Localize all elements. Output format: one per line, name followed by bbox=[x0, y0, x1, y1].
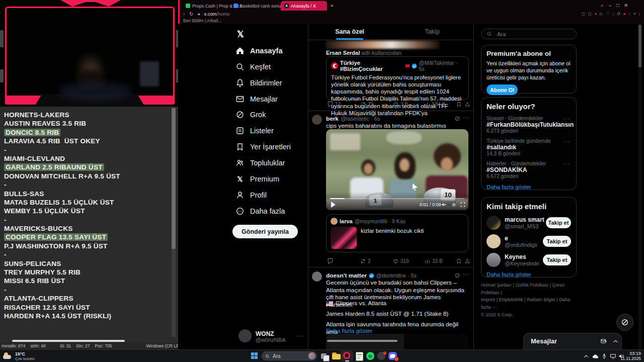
trend-item[interactable]: Türkiye tarihinde gündemde #sallandık 14… bbox=[487, 138, 571, 156]
tweet-media-partial[interactable] bbox=[326, 334, 468, 349]
tab-for-you[interactable]: Sana özel bbox=[308, 24, 391, 40]
forward-icon[interactable]: › bbox=[183, 11, 185, 17]
tab-x-home[interactable]: X Anasayfa / X bbox=[281, 1, 327, 11]
tweet-header[interactable]: doesn't matter @dsntmttrw · 5s bbox=[326, 272, 417, 279]
bookmark-item[interactable]: Ben Bildim | Arkad... bbox=[183, 18, 221, 23]
weather-widget[interactable]: 15°C Çok bulutlu bbox=[3, 351, 35, 361]
media-scrollbar[interactable] bbox=[327, 340, 397, 342]
clock[interactable]: 03:19 11.11.2025 bbox=[611, 351, 641, 361]
play-button[interactable] bbox=[331, 202, 336, 208]
share-button[interactable] bbox=[464, 101, 470, 108]
follow-suggestion[interactable]: e @ordufindigii Takip et bbox=[487, 234, 571, 249]
views-button[interactable]: 33 B bbox=[424, 258, 443, 264]
url-path[interactable]: /home bbox=[217, 11, 230, 17]
avatar[interactable] bbox=[312, 272, 322, 282]
page-scrollbar[interactable] bbox=[638, 24, 641, 349]
like-button[interactable]: 319 bbox=[392, 258, 409, 264]
game-app-button[interactable] bbox=[377, 352, 385, 360]
reply-button[interactable] bbox=[327, 258, 334, 264]
reply-button[interactable]: 12 bbox=[327, 101, 341, 108]
search-input[interactable] bbox=[496, 31, 569, 38]
start-button[interactable] bbox=[251, 352, 258, 359]
video-progress-track[interactable] bbox=[330, 198, 464, 199]
opera-gx-button[interactable] bbox=[341, 350, 353, 361]
footer-links[interactable]: Hizmet Şartları | Gizlilik Politikası | … bbox=[481, 282, 577, 296]
tray-chevron-icon[interactable] bbox=[584, 354, 589, 358]
url-host[interactable]: x.com bbox=[204, 11, 216, 17]
sidebar-item-more[interactable]: Daha fazla bbox=[235, 206, 316, 216]
trend-more-icon[interactable]: ··· bbox=[563, 161, 570, 167]
notepad-plus-plus-button[interactable] bbox=[356, 352, 363, 361]
follow-button[interactable]: Takip et bbox=[543, 236, 571, 247]
taskbar-search[interactable]: Ara bbox=[262, 351, 317, 360]
tab-props-cash[interactable]: Props.Cash | Prop & Pick bbox=[182, 1, 229, 11]
sidebar-item-explore[interactable]: Keşfet bbox=[235, 62, 316, 72]
trends-show-more[interactable]: Daha fazla göster bbox=[487, 184, 571, 190]
sidebar-item-profile[interactable]: Profil bbox=[235, 190, 316, 200]
avatar[interactable] bbox=[238, 329, 252, 342]
onedrive-icon[interactable] bbox=[592, 354, 599, 359]
sidebar-item-grok[interactable]: Grok bbox=[235, 110, 316, 120]
show-more-link[interactable]: Daha fazla göster bbox=[326, 327, 372, 334]
download-icon[interactable]: ↓ bbox=[628, 12, 630, 17]
quoted-tweet-card[interactable]: larva @maymunlilili · 9 Kas kizlar benim… bbox=[326, 214, 468, 252]
share-button[interactable] bbox=[464, 258, 470, 264]
sidebar-item-premium[interactable]: 𝕏 Premium bbox=[235, 174, 316, 184]
scrollbar-thumb[interactable] bbox=[638, 25, 641, 67]
grok-floating-button[interactable] bbox=[616, 314, 633, 331]
tweet-more-icon[interactable]: ··· bbox=[463, 271, 470, 277]
editor-text-area[interactable]: HORNETS-LAKERS AUSTIN REAVES 3.5 RIB DON… bbox=[0, 111, 171, 320]
messages-drawer[interactable]: Mesajlar bbox=[523, 333, 622, 349]
grok-actions-icon[interactable] bbox=[454, 116, 460, 122]
quote-media-thumbnail[interactable] bbox=[331, 227, 357, 249]
trend-item[interactable]: Haberler · Gündemdekiler #SONDAKİKA 6.67… bbox=[487, 161, 571, 179]
like-button[interactable]: 3 B bbox=[392, 101, 408, 108]
file-explorer-button[interactable] bbox=[332, 352, 341, 359]
search-icon[interactable]: ⌕ bbox=[601, 3, 604, 9]
sidebar-item-lists[interactable]: Listeler bbox=[235, 126, 316, 136]
sidebar-item-home[interactable]: Anasayfa bbox=[235, 46, 316, 56]
x-logo[interactable]: 𝕏 bbox=[237, 29, 247, 39]
history-icon[interactable]: ↺ bbox=[617, 12, 620, 17]
footer-links[interactable]: Imprint | Erişilebilirlik | Reklam bilgi… bbox=[481, 296, 577, 311]
subscribe-button[interactable]: Abone Ol bbox=[487, 84, 518, 95]
spotify-button[interactable] bbox=[366, 352, 374, 360]
account-more-icon[interactable]: ··· bbox=[297, 333, 304, 339]
tweet-media-partial[interactable] bbox=[326, 41, 439, 49]
editor-vertical-scrollbar[interactable] bbox=[172, 108, 176, 337]
follow-button[interactable]: Takip et bbox=[546, 217, 571, 228]
extension-icon[interactable]: ◻ bbox=[582, 12, 585, 17]
trend-item[interactable]: Siyaset · Gündemdekiler #FurkanBölükbaşı… bbox=[487, 116, 571, 134]
volume-icon[interactable] bbox=[441, 202, 447, 208]
heart-icon[interactable]: ♡ bbox=[606, 12, 609, 17]
notepad-editor[interactable]: HORNETS-LAKERS AUSTIN REAVES 3.5 RIB DON… bbox=[0, 107, 178, 349]
new-tab-button[interactable]: + bbox=[329, 3, 335, 9]
play-icon[interactable]: ▷ bbox=[600, 12, 603, 17]
editor-horizontal-scrollbar[interactable] bbox=[12, 340, 125, 342]
discord-button[interactable] bbox=[388, 352, 397, 360]
settings-gear-icon[interactable] bbox=[451, 202, 457, 208]
views-button[interactable]: 584 B bbox=[424, 101, 445, 108]
minimize-button[interactable]: – bbox=[609, 3, 612, 9]
tweet-header[interactable]: berk @lasestetic · 6s bbox=[326, 115, 380, 122]
sidebar-item-notifications[interactable]: Bildirimler bbox=[235, 78, 316, 88]
avatar[interactable] bbox=[312, 115, 322, 125]
repost-context[interactable]: Ersan Serdal adlı kullanıcıdan bbox=[326, 50, 401, 56]
repost-button[interactable]: 2 bbox=[360, 258, 371, 264]
bookmark-button[interactable] bbox=[456, 101, 462, 108]
follow-button[interactable]: Takip et bbox=[543, 254, 571, 265]
microphone-icon[interactable] bbox=[602, 353, 607, 359]
tweet-more-icon[interactable]: ··· bbox=[463, 114, 470, 120]
task-view-button[interactable] bbox=[321, 352, 329, 360]
tab-following[interactable]: Takip bbox=[391, 24, 473, 40]
sidebar-item-messages[interactable]: Mesajlar bbox=[235, 94, 316, 104]
grok-actions-icon[interactable] bbox=[454, 273, 460, 279]
search-box[interactable] bbox=[481, 29, 577, 39]
reload-icon[interactable]: ↻ bbox=[189, 11, 193, 17]
video-player[interactable]: 1 10 0:01 / 0:09 bbox=[326, 129, 468, 210]
new-message-icon[interactable] bbox=[600, 338, 607, 345]
trend-more-icon[interactable]: ··· bbox=[563, 116, 570, 122]
sidebar-item-communities[interactable]: Topluluklar bbox=[235, 158, 316, 168]
bookmark-button[interactable] bbox=[456, 258, 462, 264]
follow-suggestion[interactable]: Keynes @Keynesbstn Takip et bbox=[487, 252, 571, 267]
